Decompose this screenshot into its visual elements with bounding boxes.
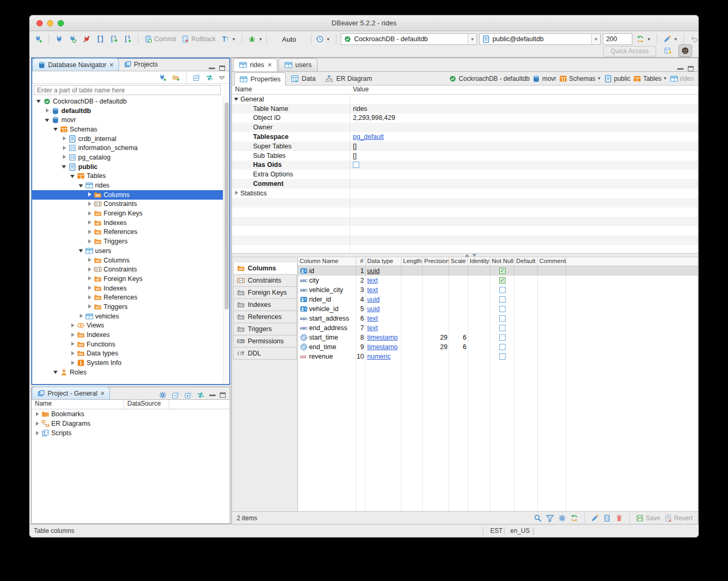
commit-mode-combo[interactable]: Auto: [266, 34, 312, 45]
tree-item-system-info[interactable]: System Info: [32, 358, 223, 368]
property-row-comment[interactable]: Comment: [232, 179, 698, 189]
status-timezone[interactable]: EST: [490, 527, 502, 535]
chevron-right-icon[interactable]: [70, 332, 76, 338]
chevron-right-icon[interactable]: [70, 351, 76, 357]
chevron-right-icon[interactable]: [87, 257, 93, 263]
connection-combo[interactable]: CockroachDB - defaultdb ▼: [341, 33, 477, 45]
chevron-right-icon[interactable]: [87, 295, 93, 301]
debug-button[interactable]: ▼: [246, 35, 264, 43]
close-tab-icon[interactable]: ×: [268, 61, 272, 69]
chevron-right-icon[interactable]: [62, 145, 68, 151]
chevron-down-icon[interactable]: ▼: [663, 76, 667, 81]
detail-tab-ddl[interactable]: DDL: [233, 348, 297, 360]
minimize-panel-icon[interactable]: [209, 395, 216, 396]
column-header-comment[interactable]: Comment: [538, 257, 566, 266]
close-tab-icon[interactable]: ×: [109, 61, 113, 69]
chevron-down-icon[interactable]: [79, 183, 85, 189]
splitter-sash[interactable]: [232, 253, 698, 257]
has-oids-checkbox[interactable]: [353, 162, 359, 168]
column-row-vehicle-id[interactable]: vehicle_id5uuid: [298, 304, 698, 314]
column-header-datasource[interactable]: DataSource: [124, 400, 169, 409]
not-null-checkbox[interactable]: [499, 325, 506, 331]
tree-item-views[interactable]: Views: [32, 321, 223, 331]
revert-button[interactable]: Revert: [664, 514, 693, 522]
open-sql-script-button[interactable]: [108, 33, 120, 45]
breadcrumb-schemas[interactable]: Schemas▼: [559, 74, 601, 83]
breadcrumb-cockroachdb-defaultdb[interactable]: CockroachDB - defaultdb: [449, 74, 529, 83]
chevron-down-icon[interactable]: [36, 98, 42, 104]
data-type-link[interactable]: timestamp: [367, 334, 398, 341]
property-row-super-tables[interactable]: Super Tables[]: [232, 142, 698, 151]
chevron-right-icon[interactable]: [45, 108, 51, 114]
column-row-end-address[interactable]: ABCend_address7text: [298, 323, 698, 333]
detail-tab-indexes[interactable]: Indexes: [233, 299, 297, 311]
tree-item-foreign-keys[interactable]: Foreign Keys: [32, 274, 223, 284]
breadcrumb-tables[interactable]: Tables▼: [633, 74, 667, 83]
detail-tab-permissions[interactable]: Permissions: [233, 335, 297, 348]
connect-button[interactable]: [53, 33, 65, 45]
property-row-statistics[interactable]: Statistics: [232, 189, 698, 198]
breadcrumb-movr[interactable]: movr: [532, 74, 556, 83]
property-row-tablespace[interactable]: Tablespacepg_default: [232, 132, 698, 142]
refresh-icon[interactable]: [570, 514, 578, 522]
gear-icon[interactable]: [158, 391, 167, 399]
properties-header-name[interactable]: Name: [232, 86, 350, 94]
reconnect-button[interactable]: [67, 33, 79, 45]
columns-config-icon[interactable]: [603, 514, 611, 522]
not-null-checkbox[interactable]: [499, 306, 506, 312]
project-item-scripts[interactable]: Scripts: [32, 428, 230, 438]
transaction-mode-button[interactable]: ▼: [219, 35, 237, 43]
chevron-right-icon[interactable]: [87, 211, 93, 217]
link-editor-icon[interactable]: [197, 391, 205, 399]
navigator-scrollbar[interactable]: [223, 97, 229, 384]
combo-dropdown-arrow[interactable]: ▼: [468, 34, 477, 44]
maximize-panel-icon[interactable]: [220, 392, 226, 398]
detail-tab-constraints[interactable]: Constraints: [233, 275, 297, 287]
chevron-right-icon[interactable]: [70, 341, 76, 347]
chevron-right-icon[interactable]: [87, 192, 93, 198]
chevron-down-icon[interactable]: [79, 248, 85, 254]
tab-project-general[interactable]: Project - General ×: [32, 387, 110, 399]
tree-item-schemas[interactable]: Schemas: [32, 125, 223, 134]
delete-icon[interactable]: [615, 514, 623, 522]
chevron-right-icon[interactable]: [70, 360, 76, 366]
dbeaver-perspective-button[interactable]: [678, 44, 692, 57]
chevron-down-icon[interactable]: [62, 164, 68, 170]
properties-header-value[interactable]: Value: [350, 86, 369, 94]
column-header-column-name[interactable]: Column Name: [298, 257, 356, 266]
tree-item-rides[interactable]: rides: [32, 181, 223, 190]
data-type-link[interactable]: uuid: [367, 267, 380, 275]
chevron-right-icon[interactable]: [87, 201, 93, 207]
chevron-right-icon[interactable]: [87, 229, 93, 235]
tree-item-defaultdb[interactable]: defaultdb: [32, 106, 223, 116]
expand-all-icon[interactable]: [184, 391, 192, 399]
tree-item-constraints[interactable]: Constraints: [32, 265, 223, 274]
undo-button[interactable]: [688, 33, 699, 45]
column-row-start-time[interactable]: start_time8timestamp296: [298, 333, 698, 342]
transaction-log-button[interactable]: ▼: [314, 35, 332, 43]
tree-item-vehicles[interactable]: vehicles: [32, 312, 223, 321]
minimize-panel-icon[interactable]: [209, 68, 215, 69]
chevron-right-icon[interactable]: [70, 323, 76, 329]
detail-tab-triggers[interactable]: Triggers: [233, 323, 297, 335]
detail-tab-foreign-keys[interactable]: Foreign Keys: [233, 287, 297, 299]
tree-item-crdb-internal[interactable]: crdb_internal: [32, 134, 223, 144]
subtab-properties[interactable]: Properties: [234, 72, 286, 86]
column-header-num[interactable]: #: [356, 257, 366, 266]
data-type-link[interactable]: text: [367, 324, 378, 332]
project-item-bookmarks[interactable]: Bookmarks: [32, 409, 230, 419]
rollback-button[interactable]: Rollback: [180, 35, 217, 43]
edit-icon[interactable]: [591, 514, 599, 522]
tree-item-information-schema[interactable]: information_schema: [32, 143, 223, 153]
chevron-down-icon[interactable]: ▼: [597, 76, 601, 81]
editor-tab-users[interactable]: users: [278, 58, 318, 71]
chevron-down-icon[interactable]: [70, 173, 76, 179]
status-locale[interactable]: en_US: [510, 527, 530, 535]
tree-filter-input[interactable]: [34, 85, 221, 95]
sql-editor-button[interactable]: [95, 33, 106, 45]
chevron-right-icon[interactable]: [35, 421, 41, 427]
tree-item-functions[interactable]: Functions: [32, 340, 223, 349]
new-connection-button[interactable]: [33, 33, 44, 45]
chevron-right-icon[interactable]: [79, 313, 85, 319]
chevron-down-icon[interactable]: [234, 96, 240, 102]
